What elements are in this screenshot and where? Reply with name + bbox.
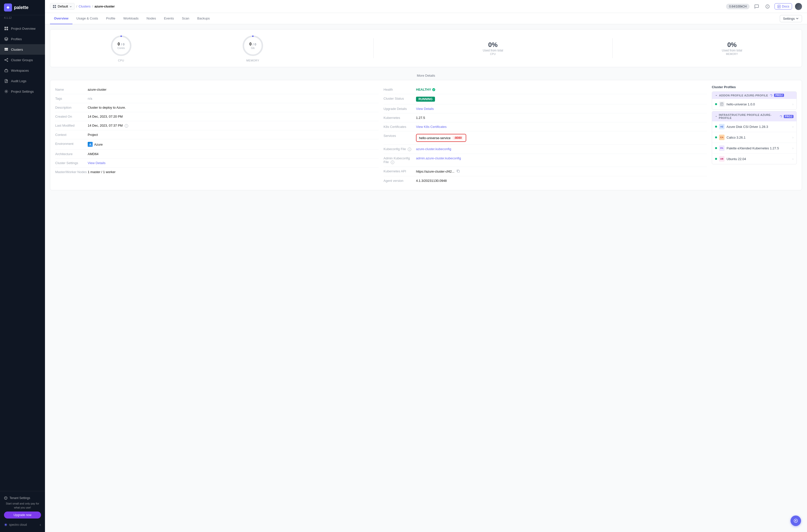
sidebar-logo[interactable]: palette	[0, 0, 45, 15]
infra-profile-header[interactable]: INFRASTRUCTURE PROFILE AZURE-PROFILE PRO…	[712, 111, 796, 121]
detail-row-environment: Environment A Azure	[55, 139, 378, 150]
detail-row-name: Name azure-cluster	[55, 85, 378, 94]
cpu-percent-label: Used from total	[483, 49, 503, 52]
chat-icon-btn[interactable]	[753, 2, 761, 11]
cpu-value: 0	[118, 42, 120, 46]
services-value: hello-universe-service :8080	[416, 134, 466, 142]
addon-profile-header[interactable]: ADDON PROFILE AZURE-PROFILE PROJ	[712, 92, 796, 99]
svg-rect-20	[55, 7, 56, 8]
profile-item-calico[interactable]: CA Calico 3.26.1 ›	[712, 132, 796, 143]
upgrade-button[interactable]: Upgrade now	[4, 512, 41, 518]
page-header: Default / Clusters / azure-cluster 0.64/…	[45, 0, 807, 13]
tab-profile[interactable]: Profile	[102, 13, 119, 24]
upgrade-details-link[interactable]: View Details	[416, 107, 707, 111]
profile-status-dot	[715, 103, 717, 105]
profile-item-ubuntu[interactable]: UB Ubuntu 22.04 ›	[712, 154, 796, 164]
profile-status-dot	[715, 126, 717, 128]
admin-kubeconfig-link[interactable]: admin.azure-cluster.kubeconfig	[416, 156, 707, 160]
copy-icon[interactable]	[456, 169, 460, 174]
sidebar-label: Project Overview	[11, 27, 36, 31]
profile-item-name: Ubuntu 22.04	[727, 157, 792, 161]
profile-item-name: hello-universe 1.0.0	[727, 102, 792, 106]
detail-left-col: Name azure-cluster Tags n/a Description …	[55, 85, 378, 185]
breadcrumb-clusters[interactable]: Clusters	[79, 4, 91, 8]
svg-rect-1	[4, 27, 6, 28]
docs-link[interactable]: Docs	[774, 3, 792, 10]
detail-row-architecture: Architecture AMD64	[55, 150, 378, 158]
notification-icon-btn[interactable]	[764, 2, 771, 11]
sidebar-item-workspaces[interactable]: Workspaces	[0, 65, 45, 76]
info-icon[interactable]: i	[125, 124, 128, 128]
ubuntu-icon: UB	[719, 156, 725, 162]
sidebar-item-profiles[interactable]: Profiles	[0, 34, 45, 44]
cluster-tags: n/a	[88, 97, 378, 100]
sidebar-label: Clusters	[11, 48, 23, 52]
profile-item-palette-k8s[interactable]: PA Palette eXtended Kubernetes 1.27.5 ›	[712, 143, 796, 154]
detail-row-status: Cluster Status RUNNING	[383, 94, 707, 104]
sidebar-bottom: Tenant Settings Start small and only pay…	[0, 491, 45, 532]
collapse-icon[interactable]: ‹	[40, 522, 41, 527]
app-name: palette	[14, 5, 29, 10]
workspace-name: Default	[58, 4, 68, 8]
tab-backups[interactable]: Backups	[193, 13, 214, 24]
spectro-cloud-link[interactable]: spectro cloud ‹	[4, 520, 41, 529]
k8s-certs-link[interactable]: View K8s Certificates	[416, 125, 707, 129]
file-text-icon	[4, 79, 8, 83]
tab-events[interactable]: Events	[160, 13, 178, 24]
sidebar-label: Audit Logs	[11, 79, 26, 83]
sidebar-item-audit-logs[interactable]: Audit Logs	[0, 76, 45, 86]
profile-item-azure-disk[interactable]: AZ Azure Disk CSI Driver 1.28.3 ›	[712, 121, 796, 132]
tab-scan[interactable]: Scan	[178, 13, 193, 24]
mem-unit: Gb	[249, 46, 256, 50]
user-avatar[interactable]	[795, 3, 802, 10]
chevron-right-icon: ›	[792, 102, 793, 106]
detail-row-created: Created On 14 Dec, 2023, 07:20 PM	[55, 112, 378, 121]
cpu-unit: Cores	[117, 46, 125, 50]
cluster-profiles-section: Cluster Profiles ADDON PROFILE AZURE-PRO…	[712, 85, 797, 185]
detail-row-agent: Agent version 4.1.3/20231130.0948	[383, 176, 707, 185]
detail-row-admin-kubeconfig: Admin Kubeconfig File i admin.azure-clus…	[383, 154, 707, 167]
detail-card: Name azure-cluster Tags n/a Description …	[50, 80, 802, 190]
profile-item-name: Azure Disk CSI Driver 1.28.3	[727, 125, 792, 129]
header-actions: 0.64/100kCH Docs	[726, 2, 802, 11]
cluster-settings-link[interactable]: View Details	[88, 161, 378, 165]
kubeconfig-link[interactable]: azure-cluster.kubeconfig	[416, 147, 707, 151]
tab-overview[interactable]: Overview	[50, 13, 73, 24]
detail-row-cluster-settings: Cluster Settings View Details	[55, 158, 378, 168]
tenant-settings-link[interactable]: Tenant Settings	[4, 494, 41, 502]
profile-status-dot	[715, 158, 717, 160]
settings-button[interactable]: Settings	[780, 15, 802, 22]
cluster-architecture: AMD64	[88, 152, 378, 156]
mem-percent-label: Used from total	[722, 49, 742, 52]
brand-label: spectro cloud	[9, 523, 27, 527]
svg-rect-17	[53, 5, 54, 6]
briefcase-icon	[4, 68, 8, 73]
tab-usage-costs[interactable]: Usage & Costs	[73, 13, 102, 24]
app-logo-icon	[4, 3, 12, 12]
metric-divider-2	[612, 38, 613, 58]
svg-point-10	[5, 60, 5, 60]
cluster-created: 14 Dec, 2023, 07:20 PM	[88, 115, 378, 118]
svg-rect-4	[6, 29, 8, 30]
tab-workloads[interactable]: Workloads	[119, 13, 143, 24]
fab-button[interactable]	[790, 515, 801, 526]
profile-item-icon	[719, 101, 725, 107]
sidebar-item-cluster-groups[interactable]: Cluster Groups	[0, 55, 45, 65]
profile-item-hello-universe[interactable]: hello-universe 1.0.0 ›	[712, 99, 796, 109]
tab-list: Overview Usage & Costs Profile Workloads…	[50, 13, 213, 24]
detail-row-description: Description Cluster to deploy to Azure.	[55, 103, 378, 112]
sidebar-item-clusters[interactable]: Clusters	[0, 44, 45, 55]
metric-divider-1	[373, 38, 374, 58]
chevron-right-icon: ›	[792, 125, 793, 129]
tab-nodes[interactable]: Nodes	[143, 13, 160, 24]
more-details-link[interactable]: More Details	[50, 71, 802, 80]
sidebar-item-project-overview[interactable]: Project Overview	[0, 23, 45, 34]
info-icon[interactable]: i	[408, 148, 411, 151]
sidebar-label: Cluster Groups	[11, 58, 33, 62]
detail-row-modified: Last Modified 14 Dec, 2023, 07:37 PM i	[55, 121, 378, 130]
sidebar-item-project-settings[interactable]: Project Settings	[0, 86, 45, 97]
info-icon[interactable]: i	[391, 160, 394, 164]
workspace-selector[interactable]: Default	[50, 3, 75, 10]
calico-icon: CA	[719, 135, 725, 140]
breadcrumb-sep-1: /	[76, 4, 77, 8]
